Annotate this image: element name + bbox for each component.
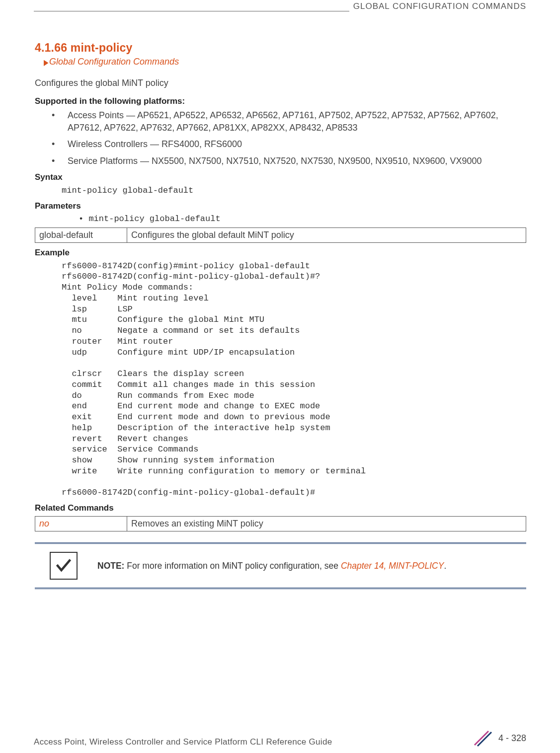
breadcrumb-arrow-icon: ▶ xyxy=(44,58,48,67)
syntax-code: mint-policy global-default xyxy=(62,185,526,196)
syntax-heading: Syntax xyxy=(35,172,526,182)
page-header-category: GLOBAL CONFIGURATION COMMANDS xyxy=(349,1,526,11)
related-table: no Removes an existing MiNT policy xyxy=(35,516,526,531)
note-link[interactable]: Chapter 14, MINT-POLICY xyxy=(341,561,444,571)
footer-slash-icon xyxy=(472,729,493,747)
note-suffix: . xyxy=(444,561,446,571)
example-code: rfs6000-81742D(config)#mint-policy globa… xyxy=(62,261,526,499)
page-footer: Access Point, Wireless Controller and Se… xyxy=(34,729,526,747)
footer-guide-title: Access Point, Wireless Controller and Se… xyxy=(34,737,332,747)
parameters-bullet: • mint-policy global-default xyxy=(79,214,526,224)
parameters-table: global-default Configures the global def… xyxy=(35,227,526,243)
param-desc: Configures the global default MiNT polic… xyxy=(127,227,526,242)
example-heading: Example xyxy=(35,248,526,258)
section-title: 4.1.66 mint-policy xyxy=(35,41,526,55)
note-block: NOTE: For more information on MiNT polic… xyxy=(35,542,526,589)
checkmark-icon xyxy=(50,552,78,580)
intro-text: Configures the global MiNT policy xyxy=(35,78,526,88)
list-item: Wireless Controllers — RFS4000, RFS6000 xyxy=(35,138,526,151)
breadcrumb[interactable]: ▶Global Configuration Commands xyxy=(44,57,526,67)
table-row: global-default Configures the global def… xyxy=(35,227,526,242)
footer-page-number: 4 - 328 xyxy=(498,733,526,744)
platforms-list: Access Points — AP6521, AP6522, AP6532, … xyxy=(35,109,526,167)
table-row: no Removes an existing MiNT policy xyxy=(35,517,526,531)
related-heading: Related Commands xyxy=(35,503,526,513)
note-label: NOTE: xyxy=(97,561,124,571)
param-name: global-default xyxy=(35,227,127,242)
note-text: For more information on MiNT policy conf… xyxy=(124,561,340,571)
related-desc: Removes an existing MiNT policy xyxy=(127,517,526,531)
parameters-heading: Parameters xyxy=(35,201,526,211)
list-item: Access Points — AP6521, AP6522, AP6532, … xyxy=(35,109,526,134)
list-item: Service Platforms — NX5500, NX7500, NX75… xyxy=(35,155,526,167)
related-cmd[interactable]: no xyxy=(35,517,127,531)
platforms-heading: Supported in the following platforms: xyxy=(35,96,526,106)
breadcrumb-label: Global Configuration Commands xyxy=(49,57,179,67)
